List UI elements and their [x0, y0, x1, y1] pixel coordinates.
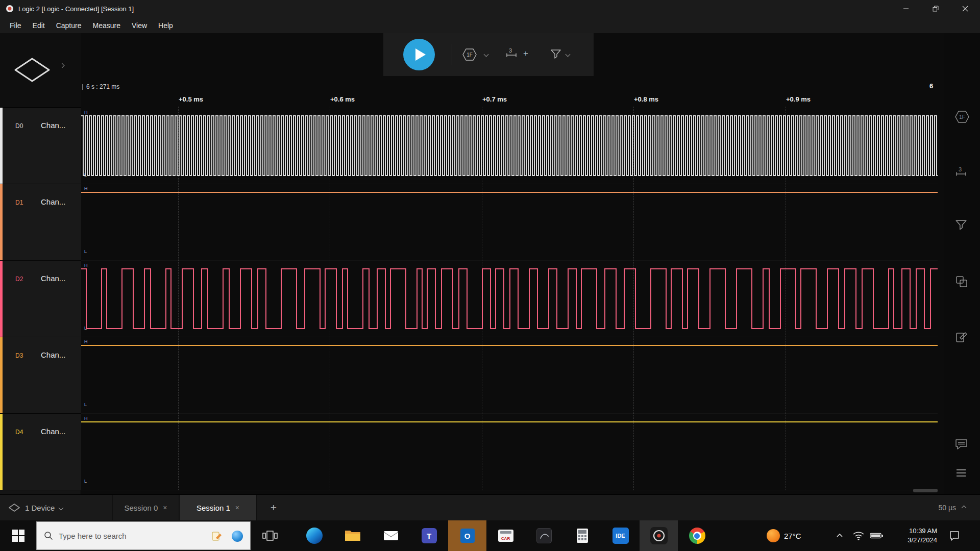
device-selector[interactable]: 1 Device [8, 495, 63, 520]
taskbar-app-mail[interactable] [372, 520, 410, 551]
timeline-cursor-tick [82, 84, 83, 90]
windows-logo-icon [12, 530, 24, 542]
timeline-anchor-label: 6 s : 271 ms [86, 83, 119, 90]
play-icon [415, 48, 426, 61]
search-highlights-icon[interactable] [211, 531, 223, 544]
trigger-1f-icon[interactable]: 1F [954, 110, 970, 126]
calculator-icon [576, 528, 589, 543]
taskbar-app-file-explorer[interactable] [333, 520, 372, 551]
trigger-filter-icon[interactable] [954, 219, 968, 234]
menu-edit[interactable]: Edit [27, 19, 51, 32]
menu-measure[interactable]: Measure [87, 19, 126, 32]
trigger-mode-icon[interactable]: 1F [462, 47, 477, 64]
waveform-row-d3[interactable]: H L [81, 337, 938, 414]
waveform-row-d0[interactable]: H L [81, 108, 938, 184]
tab-close-icon[interactable]: × [163, 504, 167, 512]
waveform-row-d1[interactable]: H L [81, 184, 938, 261]
svg-text:1F: 1F [467, 52, 473, 58]
taskbar-app-desktop-tool[interactable] [525, 520, 563, 551]
channel-name[interactable]: Chan... [41, 350, 65, 359]
trigger-mode-chevron-icon[interactable] [484, 52, 489, 57]
minimize-button[interactable] [891, 0, 921, 17]
device-panel[interactable] [0, 33, 81, 108]
weather-icon [767, 529, 780, 542]
device-icon [13, 57, 51, 85]
cortana-icon[interactable] [232, 531, 243, 542]
channel-d3-header[interactable]: D3 Chan... [0, 337, 81, 414]
annotations-icon[interactable] [954, 330, 969, 346]
high-level-marker: H [84, 416, 88, 421]
high-level-marker: H [84, 263, 88, 268]
taskbar-app-logic[interactable] [640, 520, 678, 551]
high-level-marker: H [84, 110, 88, 115]
channel-id: D2 [15, 276, 23, 283]
capture-timer-icon[interactable]: 3 [505, 47, 518, 62]
device-expand-chevron-icon[interactable] [60, 63, 65, 68]
logic2-icon [650, 527, 668, 544]
taskbar-app-outlook[interactable]: O [448, 520, 486, 551]
add-session-button[interactable]: + [263, 495, 284, 520]
channel-name[interactable]: Chan... [41, 427, 65, 436]
collapse-chevron-icon[interactable] [962, 505, 967, 510]
tick-label: +0.7 ms [482, 95, 507, 103]
timer-icon[interactable]: 3 [954, 166, 968, 181]
tray-battery[interactable] [870, 520, 884, 551]
play-capture-button[interactable] [403, 39, 435, 70]
menu-hamburger-icon[interactable] [954, 466, 968, 482]
timer-add-label[interactable]: + [523, 48, 528, 59]
file-explorer-icon [345, 529, 361, 542]
search-input[interactable] [59, 532, 181, 540]
channel-name[interactable]: Chan... [41, 274, 65, 283]
task-view-icon [262, 530, 278, 541]
desktop-app-icon [536, 528, 552, 543]
tab-close-icon[interactable]: × [235, 504, 239, 512]
tab-session-1[interactable]: Session 1 × [179, 495, 257, 520]
menu-help[interactable]: Help [153, 19, 179, 32]
trigger-filter-icon[interactable] [550, 48, 562, 63]
channel-d2-header[interactable]: D2 Chan... [0, 261, 81, 337]
tray-overflow-button[interactable] [836, 520, 843, 551]
waveform-row-d4[interactable]: H L [81, 414, 938, 490]
channel-d0-header[interactable]: D0 Chan... [0, 108, 81, 184]
tab-session-0[interactable]: Session 0 × [112, 495, 179, 520]
feedback-chat-icon[interactable] [954, 438, 968, 453]
taskbar-app-can-tool[interactable]: CAR [486, 520, 525, 551]
channel-name[interactable]: Chan... [41, 121, 65, 130]
menu-view[interactable]: View [126, 19, 153, 32]
action-center-button[interactable] [948, 520, 961, 551]
task-view-button[interactable] [251, 520, 289, 551]
menu-capture[interactable]: Capture [51, 19, 87, 32]
trigger-filter-chevron-icon[interactable] [566, 52, 571, 57]
close-button[interactable] [950, 0, 980, 17]
screen: Logic 2 [Logic - Connected] [Session 1] … [0, 0, 980, 551]
horizontal-scrollbar[interactable] [913, 489, 938, 492]
taskbar-app-ide[interactable]: IDE [601, 520, 640, 551]
logic-app-icon [5, 4, 14, 13]
analyzers-icon[interactable] [954, 274, 969, 291]
menu-bar: File Edit Capture Measure View Help [0, 17, 980, 33]
start-button[interactable] [0, 520, 36, 551]
waveform-trace-d4 [81, 414, 938, 490]
mail-icon [383, 530, 399, 542]
taskbar-app-chrome[interactable] [678, 520, 716, 551]
taskbar-app-calculator[interactable] [563, 520, 601, 551]
tick-label: +0.6 ms [330, 95, 355, 103]
restore-button[interactable] [921, 0, 950, 17]
tray-network[interactable] [852, 520, 865, 551]
waveform-viewport[interactable]: 6 s : 271 ms 6 +0.5 ms +0.6 ms +0.7 ms +… [81, 33, 944, 494]
notification-icon [948, 530, 961, 542]
device-selector-chevron-icon [59, 505, 64, 510]
taskbar-search[interactable] [36, 521, 251, 550]
tray-weather[interactable]: 27°C [767, 520, 801, 551]
taskbar-app-teams[interactable]: T [410, 520, 448, 551]
zoom-control[interactable]: 50 µs [938, 495, 966, 520]
zoom-scale-label: 50 µs [938, 504, 956, 512]
channel-d4-header[interactable]: D4 Chan... [0, 414, 81, 490]
channel-d1-header[interactable]: D1 Chan... [0, 184, 81, 261]
waveform-row-d2[interactable]: H L [81, 261, 938, 337]
menu-file[interactable]: File [4, 19, 27, 32]
tray-clock[interactable]: 10:39 AM 3/27/2024 [889, 520, 937, 551]
channel-name[interactable]: Chan... [41, 197, 65, 206]
channel-id: D0 [15, 122, 23, 130]
taskbar-app-edge[interactable] [295, 520, 333, 551]
